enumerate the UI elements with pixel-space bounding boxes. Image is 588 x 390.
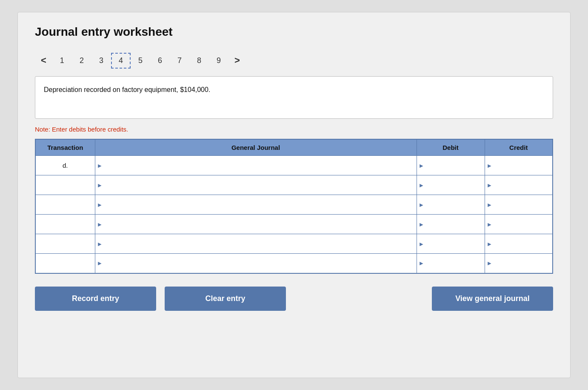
credit-cell[interactable]: ► bbox=[485, 215, 553, 234]
nav-bar: < 1 2 3 4 5 6 7 8 9 > bbox=[35, 47, 553, 74]
credit-cell[interactable]: ► bbox=[485, 175, 553, 195]
debit-cell[interactable]: ► bbox=[417, 254, 485, 273]
journal-cell[interactable]: ► bbox=[95, 195, 417, 215]
debit-input[interactable] bbox=[426, 234, 482, 253]
debit-arrow-icon: ► bbox=[419, 162, 425, 169]
nav-item-9[interactable]: 9 bbox=[209, 53, 228, 69]
journal-input[interactable] bbox=[104, 254, 414, 273]
view-general-journal-button[interactable]: View general journal bbox=[432, 287, 553, 311]
journal-cell[interactable]: ► bbox=[95, 175, 417, 195]
nav-item-5[interactable]: 5 bbox=[131, 53, 150, 69]
journal-input[interactable] bbox=[104, 195, 414, 214]
note-text: Note: Enter debits before credits. bbox=[35, 126, 553, 133]
main-container: Journal entry worksheet < 1 2 3 4 5 6 7 … bbox=[17, 12, 571, 378]
nav-item-7[interactable]: 7 bbox=[170, 53, 189, 69]
credit-input[interactable] bbox=[494, 195, 551, 214]
debit-cell[interactable]: ► bbox=[417, 156, 485, 175]
debit-arrow-icon: ► bbox=[419, 260, 425, 267]
credit-cell[interactable]: ► bbox=[485, 234, 553, 254]
debit-arrow-icon: ► bbox=[419, 241, 425, 247]
credit-arrow-icon: ► bbox=[487, 182, 493, 189]
credit-arrow-icon: ► bbox=[487, 260, 493, 267]
nav-prev-arrow[interactable]: < bbox=[35, 52, 52, 69]
debit-input[interactable] bbox=[426, 156, 482, 175]
credit-input[interactable] bbox=[494, 215, 551, 234]
col-header-transaction: Transaction bbox=[35, 139, 95, 156]
transaction-cell bbox=[35, 195, 95, 215]
debit-arrow-icon: ► bbox=[419, 201, 425, 208]
journal-cell[interactable]: ► bbox=[95, 254, 417, 273]
journal-arrow-icon: ► bbox=[97, 182, 103, 189]
debit-arrow-icon: ► bbox=[419, 221, 425, 228]
table-row: ►►► bbox=[35, 234, 553, 254]
debit-input[interactable] bbox=[426, 195, 482, 214]
description-text: Depreciation recorded on factory equipme… bbox=[44, 86, 210, 93]
button-row: Record entry Clear entry View general jo… bbox=[35, 287, 553, 311]
clear-entry-button[interactable]: Clear entry bbox=[165, 287, 286, 311]
debit-arrow-icon: ► bbox=[419, 182, 425, 189]
credit-cell[interactable]: ► bbox=[485, 195, 553, 215]
nav-item-2[interactable]: 2 bbox=[72, 53, 91, 69]
journal-cell[interactable]: ► bbox=[95, 156, 417, 175]
journal-cell[interactable]: ► bbox=[95, 215, 417, 234]
table-row: ►►► bbox=[35, 175, 553, 195]
transaction-cell: d. bbox=[35, 156, 95, 175]
transaction-cell bbox=[35, 234, 95, 254]
debit-input[interactable] bbox=[426, 215, 482, 234]
debit-cell[interactable]: ► bbox=[417, 215, 485, 234]
credit-cell[interactable]: ► bbox=[485, 156, 553, 175]
credit-input[interactable] bbox=[494, 234, 551, 253]
nav-item-6[interactable]: 6 bbox=[150, 53, 170, 69]
debit-input[interactable] bbox=[426, 175, 482, 195]
col-header-journal: General Journal bbox=[95, 139, 417, 156]
journal-arrow-icon: ► bbox=[97, 221, 103, 228]
credit-input[interactable] bbox=[494, 254, 551, 273]
transaction-cell bbox=[35, 175, 95, 195]
credit-arrow-icon: ► bbox=[487, 221, 493, 228]
nav-item-8[interactable]: 8 bbox=[189, 53, 209, 69]
journal-arrow-icon: ► bbox=[97, 201, 103, 208]
journal-cell[interactable]: ► bbox=[95, 234, 417, 254]
col-header-credit: Credit bbox=[485, 139, 553, 156]
debit-cell[interactable]: ► bbox=[417, 234, 485, 254]
credit-arrow-icon: ► bbox=[487, 241, 493, 247]
nav-next-arrow[interactable]: > bbox=[228, 52, 246, 69]
credit-input[interactable] bbox=[494, 175, 551, 195]
transaction-cell bbox=[35, 215, 95, 234]
journal-input[interactable] bbox=[104, 156, 414, 175]
credit-input[interactable] bbox=[494, 156, 551, 175]
debit-input[interactable] bbox=[426, 254, 482, 273]
journal-arrow-icon: ► bbox=[97, 241, 103, 247]
credit-arrow-icon: ► bbox=[487, 201, 493, 208]
transaction-cell bbox=[35, 254, 95, 273]
nav-item-3[interactable]: 3 bbox=[91, 53, 111, 69]
col-header-debit: Debit bbox=[417, 139, 485, 156]
page-title: Journal entry worksheet bbox=[35, 25, 553, 39]
nav-item-4[interactable]: 4 bbox=[111, 53, 131, 69]
journal-input[interactable] bbox=[104, 175, 414, 195]
record-entry-button[interactable]: Record entry bbox=[35, 287, 156, 311]
journal-arrow-icon: ► bbox=[97, 162, 103, 169]
table-row: ►►► bbox=[35, 254, 553, 273]
debit-cell[interactable]: ► bbox=[417, 195, 485, 215]
journal-input[interactable] bbox=[104, 215, 414, 234]
journal-arrow-icon: ► bbox=[97, 260, 103, 267]
table-row: d.►►► bbox=[35, 156, 553, 175]
credit-cell[interactable]: ► bbox=[485, 254, 553, 273]
journal-input[interactable] bbox=[104, 234, 414, 253]
table-row: ►►► bbox=[35, 215, 553, 234]
credit-arrow-icon: ► bbox=[487, 162, 493, 169]
description-box: Depreciation recorded on factory equipme… bbox=[35, 76, 553, 119]
table-row: ►►► bbox=[35, 195, 553, 215]
nav-item-1[interactable]: 1 bbox=[52, 53, 72, 69]
journal-table: Transaction General Journal Debit Credit… bbox=[35, 139, 553, 274]
debit-cell[interactable]: ► bbox=[417, 175, 485, 195]
